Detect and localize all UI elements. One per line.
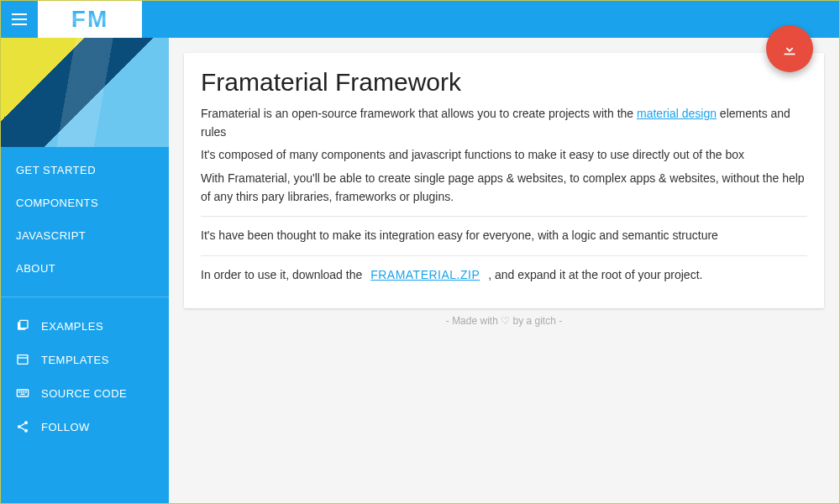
keyboard-icon — [16, 386, 29, 400]
download-zip-link[interactable]: FRAMATERIAL.ZIP — [365, 268, 485, 281]
page-title: Framaterial Framework — [201, 68, 807, 97]
nav-label: EXAMPLES — [41, 320, 103, 333]
nav-label: JAVASCRIPT — [16, 229, 86, 242]
intro-card: Framaterial Framework Framaterial is an … — [184, 53, 824, 308]
nav-label: FOLLOW — [41, 421, 90, 433]
download-paragraph: In order to use it, download the FRAMATE… — [201, 266, 807, 285]
stack-icon — [16, 319, 29, 333]
nav-source-code[interactable]: SOURCE CODE — [1, 376, 169, 410]
sidebar-secondary-nav: EXAMPLES TEMPLATES SOURCE CODE FOLLOW — [1, 302, 169, 450]
share-icon — [16, 420, 29, 433]
material-design-link[interactable]: material design — [637, 107, 717, 120]
svg-rect-1 — [20, 320, 28, 328]
svg-point-6 — [21, 391, 22, 392]
nav-templates[interactable]: TEMPLATES — [1, 343, 169, 376]
svg-rect-2 — [18, 355, 28, 365]
nav-label: ABOUT — [16, 262, 55, 275]
nav-label: GET STARTED — [16, 164, 96, 176]
intro-paragraph-3: With Framaterial, you'll be able to crea… — [201, 170, 807, 206]
download-fab[interactable] — [766, 25, 813, 72]
logo[interactable]: FM — [38, 1, 142, 38]
nav-javascript[interactable]: JAVASCRIPT — [1, 219, 169, 252]
nav-label: COMPONENTS — [16, 197, 98, 209]
sidebar-hero-image — [1, 38, 169, 147]
nav-about[interactable]: ABOUT — [1, 252, 169, 285]
nav-components[interactable]: COMPONENTS — [1, 186, 169, 219]
download-icon — [780, 39, 799, 58]
svg-point-11 — [18, 425, 21, 428]
top-bar: FM — [1, 1, 839, 38]
intro-paragraph-1: Framaterial is an open-source framework … — [201, 105, 807, 141]
sidebar-primary-nav: GET STARTED COMPONENTS JAVASCRIPT ABOUT — [1, 147, 169, 291]
sidebar: GET STARTED COMPONENTS JAVASCRIPT ABOUT … — [1, 38, 169, 504]
svg-point-5 — [19, 391, 20, 392]
intro-paragraph-2: It's composed of many components and jav… — [201, 146, 807, 165]
nav-follow[interactable]: FOLLOW — [1, 410, 169, 444]
svg-point-7 — [24, 391, 24, 392]
menu-button[interactable] — [1, 1, 38, 38]
layout-icon — [16, 353, 29, 366]
hamburger-icon — [12, 13, 27, 25]
divider — [201, 216, 807, 217]
svg-point-8 — [26, 391, 27, 392]
svg-point-10 — [24, 421, 28, 424]
logo-text: FM — [71, 6, 108, 33]
footer-text: - Made with ♡ by a gitch - — [184, 308, 824, 333]
nav-label: TEMPLATES — [41, 354, 109, 366]
svg-point-12 — [24, 429, 28, 433]
main-content: Framaterial Framework Framaterial is an … — [169, 38, 839, 504]
intro-paragraph-4: It's have been thought to make its integ… — [201, 227, 807, 245]
nav-examples[interactable]: EXAMPLES — [1, 309, 169, 343]
nav-label: SOURCE CODE — [41, 387, 127, 400]
nav-get-started[interactable]: GET STARTED — [1, 154, 169, 186]
svg-rect-4 — [17, 390, 28, 396]
nav-divider — [1, 297, 169, 297]
divider — [201, 255, 807, 256]
